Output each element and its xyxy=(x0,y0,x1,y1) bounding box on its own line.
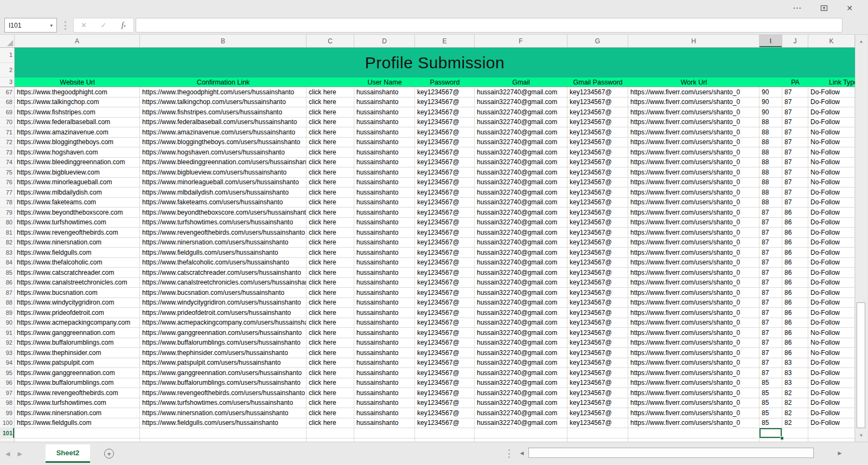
cell[interactable]: key1234567@ xyxy=(415,318,475,328)
cell[interactable]: hussainshanto xyxy=(354,388,415,398)
cell[interactable]: https://www.fiverr.com/users/shanto_0 xyxy=(628,388,760,398)
cell[interactable]: https://www.patspulpit.com/users/hussain… xyxy=(140,358,307,369)
cell[interactable]: Do-Follow xyxy=(808,288,855,298)
cell[interactable]: https://www.fiverr.com/users/shanto_0 xyxy=(628,308,760,318)
cell[interactable]: hussain322740@gmail.com xyxy=(475,418,567,429)
cell[interactable]: https://www.hogshaven.com xyxy=(15,147,140,158)
cell[interactable] xyxy=(15,428,140,438)
cell[interactable]: click here xyxy=(307,218,354,228)
column-header-d[interactable]: D xyxy=(354,35,415,47)
cell[interactable]: https://www.turfshowtimes.com xyxy=(15,218,140,228)
cell[interactable]: https://www.fiverr.com/users/shanto_0 xyxy=(628,167,760,178)
cell[interactable]: 88 xyxy=(760,138,782,148)
cell[interactable]: 88 xyxy=(760,198,782,208)
formula-bar-splitter[interactable] xyxy=(63,21,67,30)
cell[interactable]: key1234567@ xyxy=(415,418,475,429)
cell[interactable]: click here xyxy=(307,208,354,218)
cell[interactable]: hussainshanto xyxy=(354,318,415,328)
cell[interactable]: https://www.fieldgulls.com/users/hussain… xyxy=(140,418,307,429)
cell[interactable]: hussainshanto xyxy=(354,138,415,148)
cell[interactable]: hussain322740@gmail.com xyxy=(475,147,567,158)
cell[interactable] xyxy=(782,428,808,438)
cell[interactable]: key1234567@ xyxy=(415,288,475,298)
cell[interactable]: hussain322740@gmail.com xyxy=(475,198,567,208)
cell[interactable]: https://www.fiverr.com/users/shanto_0 xyxy=(628,338,760,348)
cell[interactable]: https://www.bloggingtheboys.com/users/hu… xyxy=(140,138,307,148)
cell[interactable]: https://www.fiverr.com/users/shanto_0 xyxy=(628,188,760,198)
cell[interactable]: key1234567@ xyxy=(415,218,475,228)
cell[interactable]: hussainshanto xyxy=(354,198,415,208)
cell[interactable]: key1234567@ xyxy=(415,268,475,278)
cell[interactable]: 86 xyxy=(782,218,808,228)
cell[interactable]: https://www.bigblueview.com xyxy=(15,167,140,178)
sheet-tab-sheet2[interactable]: Sheet2 xyxy=(46,444,90,463)
header-cell-k[interactable]: Link Type xyxy=(808,78,855,87)
cell[interactable]: hussain322740@gmail.com xyxy=(475,188,567,198)
row-header-68[interactable]: 68 xyxy=(0,98,15,108)
cell[interactable]: 90 xyxy=(760,107,782,118)
cell[interactable]: key1234567@ xyxy=(415,107,475,118)
cell[interactable]: Do-Follow xyxy=(808,308,855,318)
cell[interactable]: hussainshanto xyxy=(354,258,415,268)
cell[interactable]: key1234567@ xyxy=(415,167,475,178)
cell[interactable]: key1234567@ xyxy=(567,118,628,128)
cell[interactable]: 87 xyxy=(782,138,808,148)
tabstrip-splitter[interactable] xyxy=(507,449,511,458)
cell[interactable]: 86 xyxy=(782,208,808,218)
cell[interactable]: click here xyxy=(307,127,354,138)
cell[interactable]: key1234567@ xyxy=(567,158,628,168)
cell[interactable]: https://www.ninersnation.com xyxy=(15,408,140,418)
cell[interactable]: click here xyxy=(307,348,354,358)
cell[interactable]: click here xyxy=(307,258,354,268)
cell[interactable]: key1234567@ xyxy=(415,338,475,348)
cell[interactable]: https://www.catscratchreader.com xyxy=(15,268,140,278)
confirm-icon[interactable]: ✓ xyxy=(94,18,114,32)
cell[interactable]: hussain322740@gmail.com xyxy=(475,228,567,238)
column-header-j[interactable]: J xyxy=(782,35,808,47)
row-header-67[interactable]: 67 xyxy=(0,87,15,98)
name-box[interactable]: I101 ▾ xyxy=(4,18,57,33)
restore-window-icon[interactable] xyxy=(820,4,828,12)
cell[interactable]: https://www.turfshowtimes.com xyxy=(15,398,140,409)
cell[interactable]: key1234567@ xyxy=(567,198,628,208)
cell[interactable]: https://www.beyondtheboxscore.com xyxy=(15,208,140,218)
cell[interactable]: https://www.fishstripes.com xyxy=(15,107,140,118)
cell[interactable]: key1234567@ xyxy=(567,358,628,369)
row-header-72[interactable]: 72 xyxy=(0,138,15,148)
cell[interactable]: key1234567@ xyxy=(415,127,475,138)
cell[interactable]: hussain322740@gmail.com xyxy=(475,388,567,398)
cell[interactable]: click here xyxy=(307,147,354,158)
cell[interactable] xyxy=(475,428,567,438)
horizontal-scrollbar-thumb[interactable] xyxy=(528,448,814,458)
cell[interactable]: https://www.federalbaseball.com/users/hu… xyxy=(140,118,307,128)
cell[interactable]: 88 xyxy=(760,147,782,158)
header-cell-b[interactable]: Confirmation Link xyxy=(140,78,307,87)
row-header-77[interactable]: 77 xyxy=(0,188,15,198)
cell[interactable]: hussainshanto xyxy=(354,368,415,378)
cell[interactable]: 87 xyxy=(760,258,782,268)
cell[interactable]: 83 xyxy=(782,368,808,378)
cell[interactable]: key1234567@ xyxy=(415,408,475,418)
vertical-scrollbar[interactable]: ▲ ▼ xyxy=(855,35,867,442)
cell[interactable]: hussain322740@gmail.com xyxy=(475,208,567,218)
cell[interactable]: 82 xyxy=(782,398,808,409)
cell[interactable]: https://www.ganggreennation.com xyxy=(15,368,140,378)
cell[interactable]: Do-Follow xyxy=(808,218,855,228)
cell[interactable]: key1234567@ xyxy=(567,328,628,338)
cell[interactable]: No-Follow xyxy=(808,138,855,148)
cell[interactable]: https://www.turfshowtimes.com/users/huss… xyxy=(140,218,307,228)
cell[interactable]: 90 xyxy=(760,98,782,108)
header-cell-a[interactable]: Website Url xyxy=(15,78,140,87)
cell[interactable]: https://www.fiverr.com/users/shanto_0 xyxy=(628,268,760,278)
cell[interactable]: 82 xyxy=(782,418,808,429)
cell[interactable]: 85 xyxy=(760,388,782,398)
cell[interactable]: 87 xyxy=(782,87,808,98)
cell[interactable]: https://www.windycitygridiron.com xyxy=(15,298,140,308)
cell[interactable]: hussain322740@gmail.com xyxy=(475,248,567,258)
cell[interactable]: No-Follow xyxy=(808,127,855,138)
cell[interactable]: https://www.fieldgulls.com xyxy=(15,248,140,258)
cell[interactable]: 88 xyxy=(760,127,782,138)
row-header-98[interactable]: 98 xyxy=(0,398,15,409)
cell[interactable]: hussainshanto xyxy=(354,98,415,108)
cell[interactable]: https://www.thephinsider.com/users/hussa… xyxy=(140,348,307,358)
